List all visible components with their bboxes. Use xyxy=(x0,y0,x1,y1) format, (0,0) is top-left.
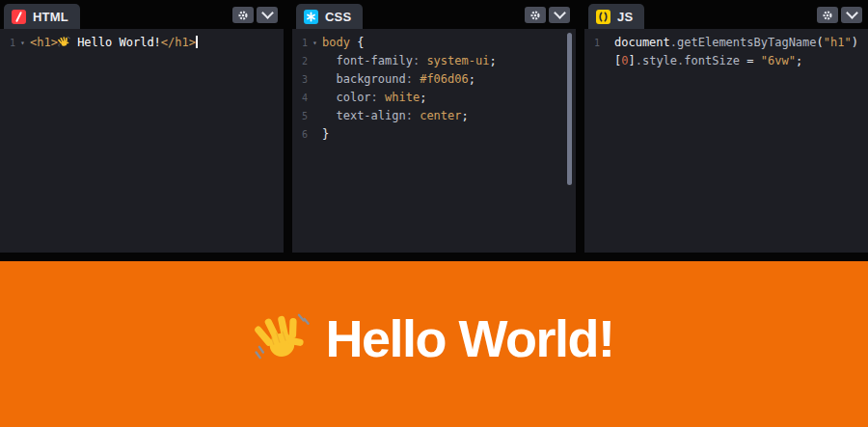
tab-css[interactable]: CSS xyxy=(296,4,363,29)
chevron-down-icon xyxy=(846,7,858,19)
html-icon xyxy=(12,10,26,24)
tab-label: CSS xyxy=(325,10,351,24)
code-line[interactable]: 4 color: white; xyxy=(292,89,576,107)
code-text: } xyxy=(322,125,329,144)
code-line[interactable]: [0].style.fontSize = "6vw"; xyxy=(584,52,868,70)
css-icon xyxy=(304,10,318,24)
html-panel-controls xyxy=(232,7,278,23)
line-number: 1 xyxy=(292,34,308,52)
fold-gutter xyxy=(308,52,322,70)
fold-arrow-icon[interactable]: ▾ xyxy=(15,34,30,52)
settings-button[interactable] xyxy=(525,7,546,23)
tab-label: HTML xyxy=(33,10,68,24)
collapse-button[interactable] xyxy=(841,7,862,23)
chevron-down-icon xyxy=(261,7,274,19)
code-text: [0].style.fontSize = "6vw"; xyxy=(614,52,802,70)
tab-label: JS xyxy=(617,10,633,24)
tab-js[interactable]: JS xyxy=(588,4,644,29)
gear-icon xyxy=(237,10,249,21)
settings-button[interactable] xyxy=(817,7,838,23)
code-line[interactable]: 1▾body { xyxy=(292,34,576,52)
js-panel-header: JS xyxy=(584,0,868,29)
waving-hand-emoji xyxy=(58,36,70,48)
codepen-editor-window: HTML 1▾<h1> xyxy=(0,0,868,427)
line-number xyxy=(584,52,600,70)
waving-hand-emoji xyxy=(255,310,311,366)
line-number: 1 xyxy=(584,34,600,52)
css-panel-header: CSS xyxy=(292,0,576,29)
fold-gutter xyxy=(308,107,322,125)
preview-heading: Hello World! xyxy=(255,308,614,368)
text-cursor xyxy=(196,36,198,48)
settings-button[interactable] xyxy=(232,7,254,23)
line-number: 1 xyxy=(0,34,15,52)
js-editor-panel: JS 1document.getElementsByTagName("h1")[… xyxy=(584,0,868,253)
code-line[interactable]: 1▾<h1> Hello World!</h1> xyxy=(0,34,284,52)
js-icon xyxy=(596,10,610,24)
line-number: 5 xyxy=(292,107,308,125)
tab-html[interactable]: HTML xyxy=(4,4,80,29)
preview-pane: Hello World! xyxy=(0,261,868,427)
code-line[interactable]: 6} xyxy=(292,125,576,144)
collapse-button[interactable] xyxy=(549,7,570,23)
fold-gutter xyxy=(600,34,614,52)
gear-icon xyxy=(529,10,541,21)
waving-hand-emoji xyxy=(255,310,311,366)
code-line[interactable]: 3 background: #f06d06; xyxy=(292,70,576,89)
html-editor-panel: HTML 1▾<h1> xyxy=(0,0,284,253)
js-panel-controls xyxy=(817,7,862,23)
code-text: color: white; xyxy=(322,89,426,107)
html-panel-header: HTML xyxy=(0,0,284,29)
css-code-editor[interactable]: 1▾body {2 font-family: system-ui;3 backg… xyxy=(292,29,576,253)
line-number: 6 xyxy=(292,125,308,144)
editor-row: HTML 1▾<h1> xyxy=(0,0,868,253)
code-line[interactable]: 1document.getElementsByTagName("h1") xyxy=(584,34,868,52)
css-editor-scrollbar[interactable] xyxy=(567,33,572,185)
fold-gutter xyxy=(308,70,322,89)
line-number: 2 xyxy=(292,52,308,70)
collapse-button[interactable] xyxy=(257,7,278,23)
code-text: body { xyxy=(322,34,364,52)
line-number: 3 xyxy=(292,70,308,89)
code-text: background: #f06d06; xyxy=(322,70,475,89)
code-text: document.getElementsByTagName("h1") xyxy=(614,34,858,52)
fold-arrow-icon[interactable]: ▾ xyxy=(308,34,322,52)
css-panel-controls xyxy=(525,7,570,23)
line-number: 4 xyxy=(292,89,308,107)
chevron-down-icon xyxy=(554,7,566,19)
preview-heading-text: Hello World! xyxy=(326,308,614,368)
js-code-editor[interactable]: 1document.getElementsByTagName("h1")[0].… xyxy=(584,29,868,253)
fold-gutter xyxy=(600,52,614,70)
code-text: font-family: system-ui; xyxy=(322,52,497,70)
code-text: text-align: center; xyxy=(322,107,469,125)
fold-gutter xyxy=(308,89,322,107)
css-editor-panel: CSS 1▾body {2 font-family: system-ui;3 xyxy=(292,0,576,253)
code-line[interactable]: 5 text-align: center; xyxy=(292,107,576,125)
html-code-editor[interactable]: 1▾<h1> Hello World!</h1> xyxy=(0,29,284,253)
code-text: <h1> Hello World!</h1> xyxy=(30,34,198,52)
fold-gutter xyxy=(308,125,322,144)
code-line[interactable]: 2 font-family: system-ui; xyxy=(292,52,576,70)
gear-icon xyxy=(822,10,833,21)
